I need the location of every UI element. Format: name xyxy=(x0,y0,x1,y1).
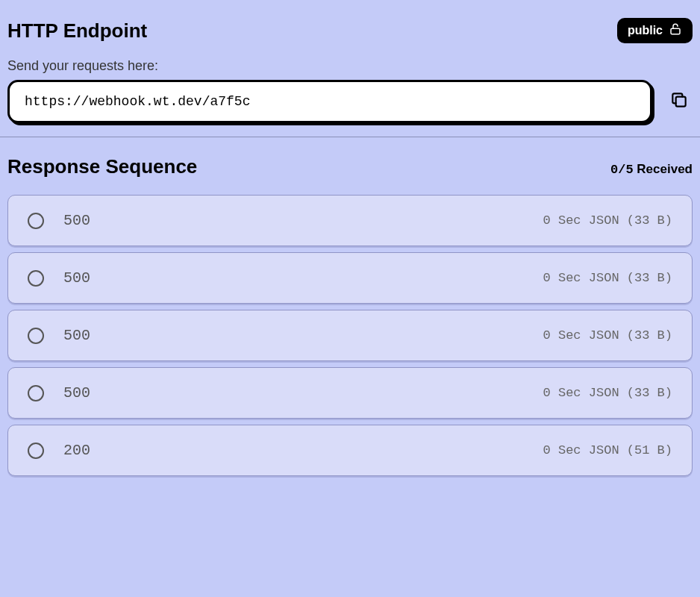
sequence-title: Response Sequence xyxy=(7,155,197,178)
response-item[interactable]: 500 0 Sec JSON (33 B) xyxy=(7,310,693,361)
visibility-badge-label: public xyxy=(628,24,663,37)
status-circle-icon xyxy=(28,385,44,401)
status-code: 500 xyxy=(63,269,543,287)
copy-button[interactable] xyxy=(666,88,693,115)
response-list: 500 0 Sec JSON (33 B) 500 0 Sec JSON (33… xyxy=(7,195,693,476)
response-meta: 0 Sec JSON (51 B) xyxy=(543,443,672,457)
svg-rect-0 xyxy=(671,28,680,34)
response-item[interactable]: 200 0 Sec JSON (51 B) xyxy=(7,425,693,476)
status-circle-icon xyxy=(28,213,44,229)
svg-rect-1 xyxy=(676,97,686,107)
status-circle-icon xyxy=(28,270,44,287)
response-item[interactable]: 500 0 Sec JSON (33 B) xyxy=(7,367,693,419)
unlock-icon xyxy=(669,22,682,39)
response-meta: 0 Sec JSON (33 B) xyxy=(543,386,672,400)
page-title: HTTP Endpoint xyxy=(7,19,147,43)
endpoint-subtitle: Send your requests here: xyxy=(7,58,693,74)
received-counter: 0/5 Received xyxy=(610,162,693,177)
response-meta: 0 Sec JSON (33 B) xyxy=(543,213,672,228)
copy-icon xyxy=(669,90,689,113)
response-meta: 0 Sec JSON (33 B) xyxy=(543,328,672,343)
status-code: 500 xyxy=(63,384,543,401)
received-count-value: 0/5 xyxy=(610,163,634,177)
status-code: 500 xyxy=(63,212,543,229)
status-circle-icon xyxy=(28,328,44,344)
endpoint-url-box[interactable]: https://webhook.wt.dev/a7f5c xyxy=(7,80,652,123)
status-code: 500 xyxy=(63,327,543,344)
received-label: Received xyxy=(637,162,693,176)
response-item[interactable]: 500 0 Sec JSON (33 B) xyxy=(7,252,693,304)
status-circle-icon xyxy=(28,443,44,459)
response-item[interactable]: 500 0 Sec JSON (33 B) xyxy=(7,195,693,246)
status-code: 200 xyxy=(63,442,543,459)
visibility-badge[interactable]: public xyxy=(617,18,693,43)
response-meta: 0 Sec JSON (33 B) xyxy=(543,271,672,285)
